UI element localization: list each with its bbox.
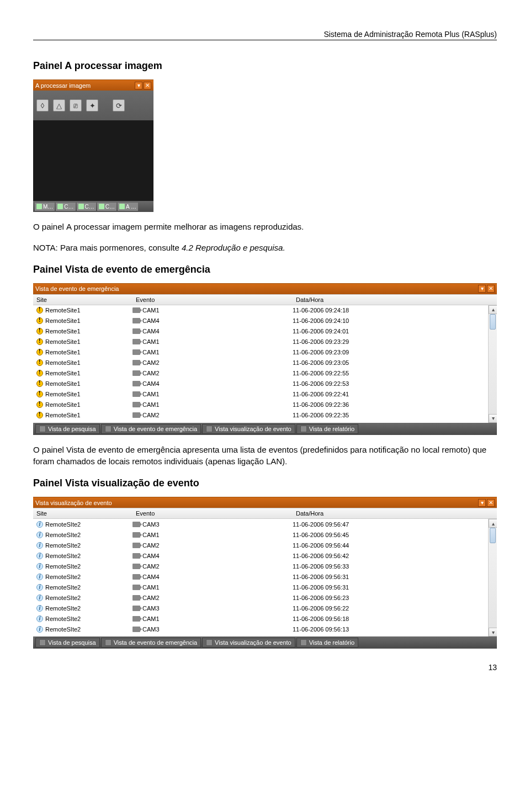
warning-icon	[36, 401, 43, 408]
refresh-icon[interactable]: ⟳	[113, 99, 125, 112]
scroll-up-icon[interactable]: ▴	[489, 305, 497, 314]
table-row[interactable]: RemoteSite1CAM111-06-2006 09:24:18	[33, 305, 497, 316]
scroll-down-icon[interactable]: ▾	[489, 414, 497, 423]
table-row[interactable]: RemoteSIte2CAM111-06-2006 09:56:18	[33, 613, 497, 624]
tab-search[interactable]: Vista de pesquisa	[35, 638, 100, 648]
table-row[interactable]: RemoteSIte2CAM111-06-2006 09:56:31	[33, 582, 497, 592]
tab-search[interactable]: Vista de pesquisa	[35, 424, 100, 434]
scrollbar[interactable]: ▴ ▾	[488, 519, 497, 636]
info-icon	[36, 626, 43, 633]
event-cell: CAM2	[142, 370, 160, 376]
eye-icon	[206, 426, 213, 432]
tab-emergency[interactable]: Vista de evento de emergência	[101, 638, 201, 648]
strip-tab[interactable]: M…	[35, 203, 55, 211]
preview-area	[33, 120, 153, 201]
close-icon[interactable]: ✕	[487, 499, 495, 507]
section-1-note: NOTA: Para mais pormenores, consulte 4.2…	[33, 242, 497, 254]
table-row[interactable]: RemoteSIte2CAM311-06-2006 09:56:47	[33, 519, 497, 529]
col-data[interactable]: Data/Hora	[293, 296, 497, 303]
panel-title: A processar imagem	[35, 82, 91, 89]
camera-icon	[132, 532, 140, 538]
document-header: Sistema de Administração Remota Plus (RA…	[33, 30, 497, 40]
table-row[interactable]: RemoteSite1CAM211-06-2006 09:22:55	[33, 368, 497, 379]
col-evento[interactable]: Evento	[132, 296, 293, 303]
info-icon	[36, 563, 43, 570]
warning-icon	[36, 307, 43, 314]
table-row[interactable]: RemoteSite1CAM111-06-2006 09:23:29	[33, 337, 497, 347]
col-site[interactable]: Site	[33, 510, 132, 517]
camera-icon	[132, 370, 140, 376]
table-row[interactable]: RemoteSIte2CAM111-06-2006 09:56:45	[33, 529, 497, 540]
event-cell: CAM1	[142, 532, 160, 538]
site-cell: RemoteSIte2	[45, 626, 81, 633]
datetime-cell: 11-06-2006 09:23:05	[293, 359, 497, 366]
strip-tab[interactable]: C…	[97, 203, 116, 211]
table-row[interactable]: RemoteSIte2CAM411-06-2006 09:56:42	[33, 550, 497, 561]
info-icon	[36, 595, 43, 601]
table-row[interactable]: RemoteSite1CAM211-06-2006 09:22:35	[33, 410, 497, 421]
tab-emergency[interactable]: Vista de evento de emergência	[101, 424, 201, 434]
tab-eventview[interactable]: Vista visualização de evento	[202, 424, 295, 434]
scroll-down-icon[interactable]: ▾	[489, 628, 497, 636]
event-view-panel: Vista visualização de evento ▾ ✕ Site Ev…	[33, 497, 497, 649]
image-process-panel: A processar imagem ▾ ✕ ◊ △ ⎚ ✦ ⟳ M… C… C…	[33, 79, 153, 212]
close-icon[interactable]: ✕	[487, 285, 495, 293]
table-row[interactable]: RemoteSite1CAM111-06-2006 09:22:36	[33, 400, 497, 410]
camera-icon	[132, 553, 140, 559]
site-cell: RemoteSIte2	[45, 553, 81, 559]
warning-icon	[36, 359, 43, 366]
tab-report[interactable]: Vista de relatório	[296, 424, 358, 434]
table-row[interactable]: RemoteSIte2CAM211-06-2006 09:56:44	[33, 540, 497, 550]
datetime-cell: 11-06-2006 09:56:22	[293, 605, 497, 612]
footer-tab-strip: Vista de pesquisa Vista de evento de eme…	[33, 636, 497, 649]
pin-icon[interactable]: ▾	[478, 499, 486, 507]
table-row[interactable]: RemoteSIte2CAM211-06-2006 09:56:23	[33, 592, 497, 603]
table-row[interactable]: RemoteSIte2CAM411-06-2006 09:56:31	[33, 571, 497, 582]
tab-report[interactable]: Vista de relatório	[296, 638, 358, 648]
info-icon	[36, 615, 43, 622]
table-row[interactable]: RemoteSite1CAM411-06-2006 09:24:10	[33, 316, 497, 326]
strip-tab[interactable]: A …	[118, 203, 138, 211]
col-site[interactable]: Site	[33, 296, 132, 303]
sparkle-icon[interactable]: ✦	[86, 99, 98, 112]
strip-tab[interactable]: C…	[56, 203, 75, 211]
event-cell: CAM4	[142, 317, 160, 324]
scrollbar[interactable]: ▴ ▾	[488, 305, 497, 423]
table-row[interactable]: RemoteSite1CAM211-06-2006 09:23:05	[33, 358, 497, 368]
col-evento[interactable]: Evento	[132, 510, 293, 517]
table-row[interactable]: RemoteSIte2CAM311-06-2006 09:56:13	[33, 624, 497, 634]
event-cell: CAM3	[142, 605, 160, 612]
site-cell: RemoteSite1	[45, 328, 81, 335]
scroll-thumb[interactable]	[490, 314, 496, 330]
table-row[interactable]: RemoteSite1CAM411-06-2006 09:22:53	[33, 379, 497, 389]
close-icon[interactable]: ✕	[144, 82, 151, 89]
warning-icon	[36, 370, 43, 376]
col-data[interactable]: Data/Hora	[293, 510, 497, 517]
document-title: Sistema de Administração Remota Plus (RA…	[324, 30, 497, 39]
datetime-cell: 11-06-2006 09:56:31	[293, 574, 497, 580]
site-cell: RemoteSIte2	[45, 563, 81, 570]
pin-icon[interactable]: ▾	[135, 82, 142, 89]
section-1-body: O painel A processar imagem permite melh…	[33, 221, 497, 233]
table-row[interactable]: RemoteSite1CAM111-06-2006 09:23:09	[33, 347, 497, 358]
event-cell: CAM3	[142, 521, 160, 528]
event-cell: CAM2	[142, 542, 160, 549]
site-cell: RemoteSIte2	[45, 521, 81, 528]
info-icon	[36, 574, 43, 580]
scroll-up-icon[interactable]: ▴	[489, 519, 497, 528]
scroll-thumb[interactable]	[490, 528, 496, 543]
site-cell: RemoteSite1	[45, 338, 81, 345]
triangle-icon[interactable]: △	[53, 99, 65, 112]
table-row[interactable]: RemoteSite1CAM111-06-2006 09:22:41	[33, 389, 497, 400]
sliders-icon[interactable]: ⎚	[70, 99, 82, 112]
tab-eventview[interactable]: Vista visualização de evento	[202, 638, 295, 648]
event-cell: CAM2	[142, 359, 160, 366]
table-row[interactable]: RemoteSIte2CAM311-06-2006 09:56:22	[33, 603, 497, 613]
table-row[interactable]: RemoteSite1CAM411-06-2006 09:24:01	[33, 326, 497, 337]
strip-tab[interactable]: C…	[77, 203, 96, 211]
table-row[interactable]: RemoteSIte2CAM211-06-2006 09:56:33	[33, 561, 497, 571]
drop-icon[interactable]: ◊	[36, 99, 49, 112]
grid-body: RemoteSite1CAM111-06-2006 09:24:18Remote…	[33, 305, 497, 423]
pin-icon[interactable]: ▾	[478, 285, 486, 293]
site-cell: RemoteSite1	[45, 307, 81, 314]
